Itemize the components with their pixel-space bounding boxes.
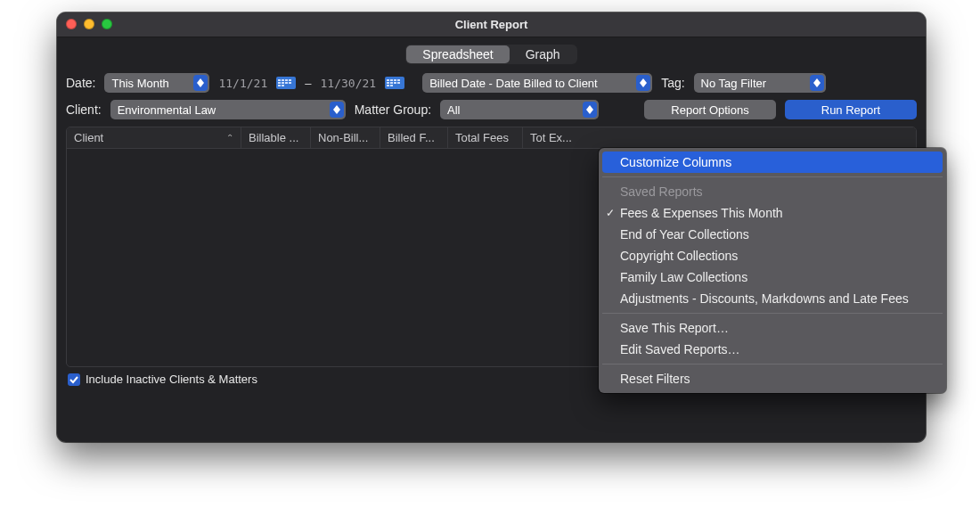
matter-group-dropdown[interactable]: All — [440, 100, 599, 119]
column-total-fees[interactable]: Total Fees — [448, 127, 523, 148]
matter-group-value: All — [447, 103, 460, 117]
menu-saved-report[interactable]: ✓ Fees & Expenses This Month — [602, 202, 943, 224]
column-billed-fees[interactable]: Billed F... — [380, 127, 448, 148]
svg-rect-22 — [387, 85, 389, 86]
chevron-updown-icon — [810, 75, 824, 91]
menu-reset-filters[interactable]: Reset Filters — [602, 368, 943, 389]
svg-rect-16 — [394, 79, 396, 81]
window-title: Client Report — [57, 18, 926, 31]
svg-rect-9 — [285, 82, 288, 84]
report-options-label: Report Options — [671, 103, 748, 117]
check-icon: ✓ — [606, 207, 618, 219]
chevron-updown-icon — [583, 102, 597, 118]
menu-saved-report[interactable]: End of Year Collections — [602, 224, 943, 245]
billed-source-dropdown[interactable]: Billed Date - Date Billed to Client — [422, 73, 652, 93]
chevron-updown-icon — [330, 102, 344, 118]
calendar-icon[interactable] — [276, 75, 296, 91]
menu-separator — [602, 313, 943, 314]
table-header: Client Billable ... Non-Bill... Billed F… — [67, 127, 916, 149]
column-client[interactable]: Client — [67, 127, 241, 148]
close-icon[interactable] — [66, 19, 77, 29]
svg-rect-12 — [282, 85, 284, 86]
menu-saved-report[interactable]: Family Law Collections — [602, 266, 943, 288]
calendar-icon[interactable] — [385, 75, 404, 91]
chevron-updown-icon — [636, 75, 650, 91]
svg-marker-1 — [197, 83, 204, 87]
tab-graph[interactable]: Graph — [510, 45, 576, 63]
client-value: Environmental Law — [118, 103, 216, 117]
svg-rect-17 — [397, 79, 400, 81]
svg-marker-27 — [813, 83, 821, 87]
menu-save-this-report[interactable]: Save This Report… — [602, 317, 943, 339]
svg-rect-7 — [278, 82, 281, 84]
chevron-updown-icon — [193, 75, 208, 91]
svg-rect-18 — [387, 82, 389, 84]
menu-separator — [602, 176, 943, 177]
client-label: Client: — [66, 102, 102, 117]
svg-rect-20 — [394, 82, 396, 84]
column-total-expenses[interactable]: Tot Ex... — [523, 127, 916, 148]
svg-rect-8 — [282, 82, 284, 84]
menu-section-saved-reports: Saved Reports — [602, 181, 943, 202]
svg-marker-25 — [640, 83, 647, 87]
svg-rect-4 — [282, 79, 284, 81]
svg-rect-10 — [289, 82, 291, 84]
menu-edit-saved-reports[interactable]: Edit Saved Reports… — [602, 339, 943, 360]
include-inactive-checkbox[interactable] — [68, 373, 80, 386]
run-report-button[interactable]: Run Report — [785, 100, 917, 119]
menu-saved-report[interactable]: Adjustments - Discounts, Markdowns and L… — [602, 288, 943, 309]
date-end[interactable]: 11/30/21 — [321, 77, 377, 90]
svg-rect-11 — [278, 85, 281, 86]
matter-group-label: Matter Group: — [355, 102, 431, 117]
date-preset-value: This Month — [111, 77, 168, 90]
run-report-label: Run Report — [821, 103, 880, 117]
include-inactive-label: Include Inactive Clients & Matters — [86, 373, 257, 386]
date-preset-dropdown[interactable]: This Month — [104, 73, 209, 93]
billed-source-value: Billed Date - Date Billed to Client — [429, 77, 598, 90]
menu-saved-report[interactable]: Copyright Collections — [602, 245, 943, 266]
date-separator: – — [305, 77, 311, 90]
tab-spreadsheet[interactable]: Spreadsheet — [406, 45, 509, 63]
menu-customize-columns[interactable]: Customize Columns — [602, 152, 943, 173]
svg-marker-31 — [586, 110, 593, 114]
report-options-button[interactable]: Report Options — [644, 100, 776, 119]
svg-marker-29 — [333, 110, 340, 114]
svg-rect-3 — [278, 79, 281, 81]
tag-label: Tag: — [661, 76, 684, 90]
view-segmented: Spreadsheet Graph — [66, 45, 917, 64]
svg-rect-21 — [397, 82, 400, 84]
svg-rect-6 — [289, 79, 291, 81]
date-start[interactable]: 11/1/21 — [218, 77, 267, 90]
traffic-lights — [66, 19, 112, 29]
svg-rect-15 — [390, 79, 393, 81]
client-dropdown[interactable]: Environmental Law — [110, 100, 346, 119]
column-non-billable[interactable]: Non-Bill... — [311, 127, 380, 148]
menu-separator — [602, 364, 943, 364]
tag-value: No Tag Filter — [701, 77, 766, 90]
svg-rect-5 — [285, 79, 288, 81]
svg-rect-23 — [390, 85, 393, 86]
minimize-icon[interactable] — [84, 19, 94, 29]
column-billable[interactable]: Billable ... — [241, 127, 311, 148]
svg-rect-14 — [387, 79, 389, 81]
report-options-menu: Customize Columns Saved Reports ✓ Fees &… — [599, 148, 946, 393]
titlebar: Client Report — [57, 12, 926, 37]
svg-rect-19 — [390, 82, 393, 84]
tag-dropdown[interactable]: No Tag Filter — [694, 73, 826, 93]
date-label: Date: — [66, 76, 95, 90]
zoom-icon[interactable] — [102, 19, 112, 29]
